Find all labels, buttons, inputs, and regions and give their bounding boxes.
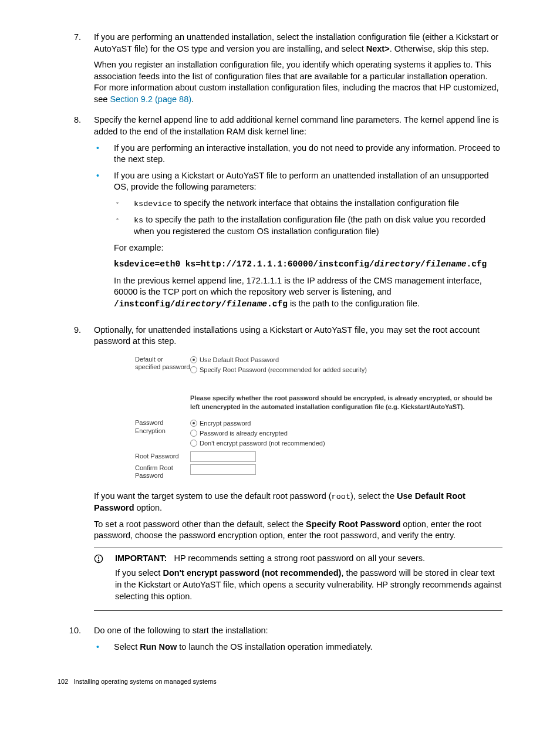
step-number: 10. bbox=[58, 625, 94, 657]
sub-item: ks to specify the path to the installati… bbox=[114, 214, 502, 238]
step-10-intro: Do one of the following to start the ins… bbox=[94, 625, 502, 637]
text: option. bbox=[134, 503, 163, 512]
step-10: 10. Do one of the following to start the… bbox=[58, 625, 502, 657]
important-line1: IMPORTANT: HP recommends setting a stron… bbox=[115, 553, 502, 565]
text: In the previous kernel append line, 172.… bbox=[114, 276, 482, 297]
radio-label: Use Default Root Password bbox=[200, 356, 279, 364]
important-label: IMPORTANT: bbox=[115, 553, 167, 563]
step-7: 7. If you are performing an unattended i… bbox=[58, 32, 502, 110]
important-block: IMPORTANT: HP recommends setting a stron… bbox=[94, 548, 502, 611]
for-example: For example: bbox=[114, 242, 502, 254]
option-name: Don't encrypt password (not recommended) bbox=[163, 568, 341, 578]
code-var: filename bbox=[226, 299, 267, 309]
step-8-intro: Specify the kernel append line to add ad… bbox=[94, 114, 502, 137]
step-10-bullets: Select Run Now to launch the OS installa… bbox=[94, 642, 502, 653]
radio-use-default[interactable]: Use Default Root Password bbox=[190, 356, 502, 364]
code: ksdevice=eth0 ks=http://172.1.1.1:60000/… bbox=[114, 259, 375, 269]
text: If you want the target system to use the… bbox=[94, 491, 332, 501]
radio-already[interactable]: Password is already encrypted bbox=[190, 429, 502, 438]
text: If you are using a Kickstart or AutoYaST… bbox=[114, 170, 502, 193]
radio-icon bbox=[190, 440, 197, 447]
radio-icon bbox=[190, 356, 197, 363]
step-9-after1: If you want the target system to use the… bbox=[94, 491, 502, 514]
step-7-p1: If you are performing an unattended inst… bbox=[94, 32, 502, 55]
text: to specify the path to the installation … bbox=[134, 215, 485, 236]
code: /instconfig/ bbox=[114, 299, 175, 309]
text: To set a root password other than the de… bbox=[94, 519, 306, 529]
option-name: Specify Root Password bbox=[306, 519, 400, 529]
code: .cfg bbox=[466, 259, 487, 269]
code-explain: In the previous kernel append line, 172.… bbox=[114, 275, 502, 310]
code-var: directory bbox=[175, 299, 221, 309]
text: . Otherwise, skip this step. bbox=[390, 44, 489, 53]
confirm-password-input[interactable] bbox=[190, 464, 256, 475]
step-9: 9. Optionally, for unattended installati… bbox=[58, 325, 502, 621]
step-list: 7. If you are performing an unattended i… bbox=[58, 32, 502, 657]
step-9-intro: Optionally, for unattended installations… bbox=[94, 325, 502, 347]
radio-label: Don't encrypt password (not recommended) bbox=[200, 439, 325, 448]
sub-item: ksdevice to specify the network interfac… bbox=[114, 198, 502, 210]
text: Select bbox=[114, 642, 140, 652]
section-link[interactable]: Section 9.2 (page 88) bbox=[110, 94, 191, 104]
code: / bbox=[420, 259, 426, 269]
code-line: ksdevice=eth0 ks=http://172.1.1.1:60000/… bbox=[114, 258, 502, 271]
radio-label: Password is already encrypted bbox=[200, 429, 288, 438]
important-line2: If you select Don't encrypt password (no… bbox=[115, 568, 502, 602]
svg-point-2 bbox=[98, 561, 99, 561]
root-password-input[interactable] bbox=[190, 451, 256, 462]
bullet-item: If you are performing an interactive ins… bbox=[94, 143, 502, 166]
page-number: 102 bbox=[58, 678, 68, 685]
text: ), select the bbox=[350, 491, 397, 501]
radio-encrypt[interactable]: Encrypt password bbox=[190, 419, 502, 428]
text: HP recommends setting a strong root pass… bbox=[174, 553, 425, 563]
radio-label: Encrypt password bbox=[200, 419, 251, 428]
code: ksdevice bbox=[134, 200, 172, 208]
text: . bbox=[191, 94, 194, 104]
code: root bbox=[332, 492, 350, 501]
code: ks bbox=[134, 216, 143, 225]
next-label: Next> bbox=[366, 44, 390, 53]
code: .cfg bbox=[267, 299, 288, 309]
radio-label: Specify Root Password (recommended for a… bbox=[200, 366, 367, 374]
step-7-p2: When you register an installation config… bbox=[94, 59, 502, 105]
step-number: 7. bbox=[58, 32, 94, 110]
step-8: 8. Specify the kernel append line to add… bbox=[58, 114, 502, 319]
step-number: 9. bbox=[58, 325, 94, 621]
form-note: Please specify whether the root password… bbox=[190, 394, 502, 411]
radio-dont-encrypt[interactable]: Don't encrypt password (not recommended) bbox=[190, 439, 502, 448]
password-form: Default or specified password Use Defaul… bbox=[135, 356, 502, 480]
text: to launch the OS installation operation … bbox=[177, 642, 372, 652]
radio-icon bbox=[190, 366, 197, 373]
radio-icon bbox=[190, 420, 197, 427]
text: is the path to the configuration file. bbox=[288, 299, 420, 308]
step-8-bullets: If you are performing an interactive ins… bbox=[94, 143, 502, 315]
step-number: 8. bbox=[58, 114, 94, 319]
text: If you are performing an interactive ins… bbox=[114, 143, 502, 166]
code-var: filename bbox=[426, 259, 467, 269]
code-var: directory bbox=[375, 259, 420, 269]
form-label: Default or specified password bbox=[135, 356, 190, 376]
text: to specify the network interface that ob… bbox=[172, 198, 459, 208]
step-9-after2: To set a root password other than the de… bbox=[94, 519, 502, 542]
sub-bullets: ksdevice to specify the network interfac… bbox=[114, 198, 502, 238]
form-label: Confirm Root Password bbox=[135, 464, 190, 481]
important-icon bbox=[94, 553, 115, 606]
chapter-title: Installing operating systems on managed … bbox=[74, 678, 217, 685]
form-label: Password Encryption bbox=[135, 419, 190, 449]
page-footer: 102 Installing operating systems on mana… bbox=[58, 677, 502, 686]
radio-icon bbox=[190, 430, 197, 437]
bullet-item: Select Run Now to launch the OS installa… bbox=[94, 642, 502, 653]
form-label: Root Password bbox=[135, 453, 190, 461]
text: If you select bbox=[115, 568, 163, 578]
bullet-item: If you are using a Kickstart or AutoYaST… bbox=[94, 170, 502, 315]
radio-specify[interactable]: Specify Root Password (recommended for a… bbox=[190, 366, 502, 374]
run-now-label: Run Now bbox=[140, 642, 177, 652]
